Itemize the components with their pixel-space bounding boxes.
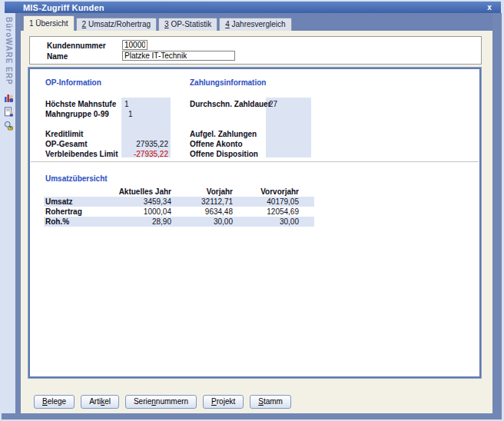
overview-panel: OP-Information Zahlungsinformation Höchs… [28,68,481,378]
tab-label: 1 Übersicht [29,19,68,28]
op-row-label: Kreditlimit [45,130,83,138]
search-globe-icon[interactable] [4,121,14,131]
cell: 12054,69 [233,207,299,216]
op-row-value: 27935,22 [121,140,168,148]
customer-chart-icon[interactable] [4,93,14,103]
op-row-value: 1 [124,100,129,108]
column-header: Aktuelles Jahr [113,187,171,196]
name-input[interactable] [122,51,235,61]
kundennummer-label: Kundennummer [47,41,106,50]
table-row: Roh.% 28,90 30,00 30,00 [44,217,314,227]
cell: 30,00 [233,217,299,226]
row-label: Umsatz [44,197,113,206]
customer-header-groupbox: Kundennummer Name [29,36,482,65]
table-row: Umsatz 3459,34 32112,71 40179,05 [44,197,314,207]
name-label: Name [47,52,68,61]
zahlung-row-label: Offene Disposition [190,150,258,158]
bottom-button-bar: Belege Artikel Seriennummern Projekt Sta… [34,395,291,409]
titlebar: MIS-Zugriff Kunden x [5,2,501,13]
customer-report-icon[interactable] [4,107,14,117]
op-row-label: OP-Gesamt [45,140,87,148]
umsatz-table: Aktuelles Jahr Vorjahr Vorvorjahr Umsatz… [44,186,314,227]
column-header: Vorjahr [171,187,233,196]
cell: 30,00 [171,217,233,226]
table-row: Rohertrag 1000,04 9634,48 12054,69 [44,207,314,217]
close-icon[interactable]: x [484,2,495,12]
zahlung-row-label: Aufgel. Zahlungen [190,130,257,138]
tab-jahresvergleich[interactable]: 4 Jahresvergleich [219,18,291,31]
seriennummern-button[interactable]: Seriennummern [125,395,197,409]
sidebar-icons [4,93,14,131]
umsatz-header-row: Aktuelles Jahr Vorjahr Vorvorjahr [44,186,314,197]
row-label: Roh.% [44,217,113,226]
zahlung-row-label: Offene Akonto [190,140,243,148]
column-header: Vorvorjahr [233,187,299,196]
cell: 1000,04 [113,207,171,216]
op-row-label: Höchste Mahnstufe [45,100,116,108]
tab-strip: 1 Übersicht 2 Umsatz/Rohertrag 3 OP-Stat… [21,13,492,31]
op-row-value [121,130,168,138]
cell: 32112,71 [171,197,233,206]
cell: 9634,48 [171,207,233,216]
sidebar: BüroWARE ERP [2,13,15,413]
cell: 3459,34 [113,197,171,206]
zahlung-row-label: Durchschn. Zahldauer [190,100,271,108]
window-bottom-border [2,413,502,419]
umsatzuebersicht-heading: Umsatzübersicht [45,174,108,183]
zahlung-row-value: 27 [269,100,277,108]
brand-vertical-label: BüroWARE ERP [5,17,13,85]
row-label: Rohertrag [44,207,113,216]
app-window: MIS-Zugriff Kunden x BüroWARE ERP 1 Über… [0,0,504,421]
cell: 40179,05 [233,197,299,206]
op-information-heading: OP-Information [45,78,101,87]
window-title: MIS-Zugriff Kunden [23,3,104,12]
stamm-button[interactable]: Stamm [250,395,291,409]
op-row-label: Mahngruppe 0-99 [45,110,109,118]
cell: 28,90 [113,217,171,226]
belege-button[interactable]: Belege [34,395,75,409]
op-row-value-negative: -27935,22 [121,150,168,158]
op-row-value: 1 [128,110,133,118]
window-right-border [492,13,502,413]
zahlungsinformation-heading: Zahlungsinformation [190,78,266,87]
tab-umsatz-rohertrag[interactable]: 2 Umsatz/Rohertrag [76,18,157,31]
tab-op-statistik[interactable]: 3 OP-Statistik [158,18,217,31]
op-row-label: Verbleibendes Limit [45,150,118,158]
artikel-button[interactable]: Artikel [81,395,119,409]
section-divider [31,161,479,162]
content-area: 1 Übersicht 2 Umsatz/Rohertrag 3 OP-Stat… [21,13,492,413]
tab-uebersicht[interactable]: 1 Übersicht [23,15,75,31]
projekt-button[interactable]: Projekt [203,395,244,409]
window-left-border [15,13,21,413]
kundennummer-input[interactable] [122,40,148,50]
